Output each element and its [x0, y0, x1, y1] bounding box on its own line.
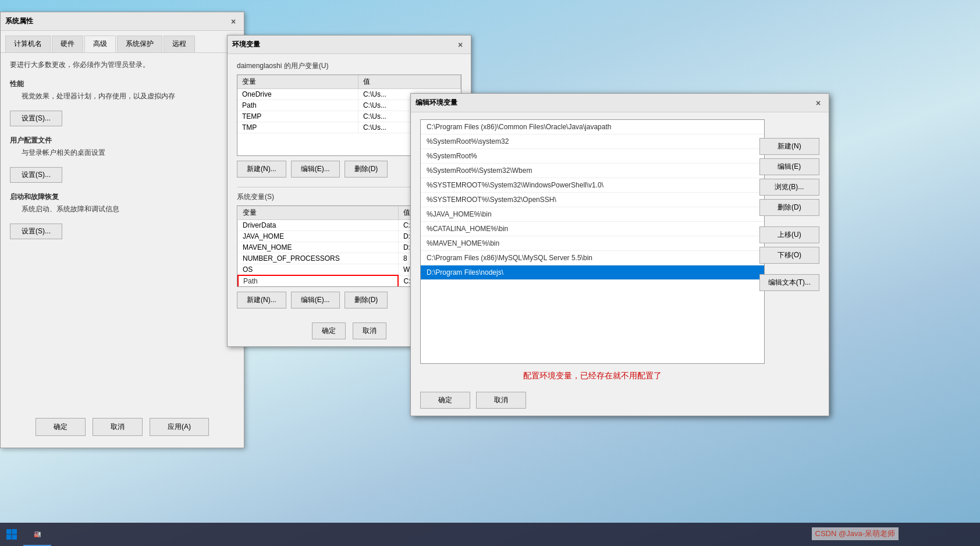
sys-var-name: OS	[238, 264, 398, 276]
tab-sys-protection[interactable]: 系统保护	[117, 36, 162, 52]
sys-var-name: NUMBER_OF_PROCESSORS	[238, 253, 398, 264]
edit-env-title: 编辑环境变量	[416, 98, 812, 108]
list-item-selected[interactable]: D:\Program Files\nodejs\	[421, 265, 764, 280]
sys-props-apply-btn[interactable]: 应用(A)	[150, 418, 209, 436]
sys-props-cancel-btn[interactable]: 取消	[93, 418, 143, 436]
list-item[interactable]: %SYSTEMROOT%\System32\WindowsPowerShell\…	[421, 178, 764, 193]
edit-move-up-btn[interactable]: 上移(U)	[759, 226, 819, 243]
user-var-name: Path	[237, 100, 358, 111]
sys-var-name: Path	[238, 275, 398, 287]
user-profile-label: 用户配置文件	[10, 136, 235, 146]
user-profile-btn-row: 设置(S)...	[10, 167, 235, 183]
env-vars-titlebar: 环境变量 ×	[228, 36, 471, 54]
edit-env-footer: 确定 取消	[411, 387, 829, 416]
tab-hardware[interactable]: 硬件	[52, 36, 83, 52]
sys-props-dialog: 系统属性 × 计算机名 硬件 高级 系统保护 远程 要进行大多数更改，你必须作为…	[0, 12, 244, 448]
sys-props-ok-btn[interactable]: 确定	[35, 418, 86, 436]
env-vars-close-btn[interactable]: ×	[455, 39, 466, 51]
sys-var-name: JAVA_HOME	[238, 231, 398, 242]
sys-props-title: 系统属性	[5, 16, 228, 26]
startup-recovery-desc: 系统启动、系统故障和调试信息	[10, 204, 235, 214]
performance-settings-btn[interactable]: 设置(S)...	[10, 111, 62, 126]
edit-move-down-btn[interactable]: 下移(O)	[759, 247, 819, 264]
user-vars-section-title: daimenglaoshi 的用户变量(U)	[237, 61, 461, 71]
svg-rect-1	[12, 529, 17, 534]
tab-advanced[interactable]: 高级	[84, 36, 116, 52]
sys-var-name: MAVEN_HOME	[238, 242, 398, 253]
csdn-watermark: CSDN @Java-呆萌老师	[812, 527, 899, 540]
edit-env-ok-btn[interactable]: 确定	[420, 392, 470, 409]
list-item[interactable]: %SYSTEMROOT%\System32\OpenSSH\	[421, 193, 764, 207]
list-item[interactable]: %JAVA_HOME%\bin	[421, 207, 764, 222]
annotation-text: 配置环境变量，已经存在就不用配置了	[420, 371, 765, 381]
user-var-name: TEMP	[237, 111, 358, 122]
sys-props-titlebar: 系统属性 ×	[1, 12, 244, 31]
edit-env-cancel-btn[interactable]: 取消	[476, 392, 526, 409]
start-button[interactable]	[0, 523, 23, 546]
user-var-name: TMP	[237, 122, 358, 133]
user-var-name: OneDrive	[237, 89, 358, 100]
performance-label: 性能	[10, 79, 235, 89]
edit-new-btn[interactable]: 新建(N)	[759, 138, 819, 155]
list-item[interactable]: C:\Program Files (x86)\Common Files\Orac…	[421, 120, 764, 134]
edit-env-close-btn[interactable]: ×	[812, 97, 824, 109]
startup-recovery-label: 启动和故障恢复	[10, 192, 235, 202]
sys-new-btn[interactable]: 新建(N)...	[237, 292, 286, 309]
svg-rect-3	[12, 535, 17, 540]
edit-text-btn[interactable]: 编辑文本(T)...	[759, 274, 819, 291]
performance-desc: 视觉效果，处理器计划，内存使用，以及虚拟内存	[10, 91, 235, 101]
startup-recovery-settings-btn[interactable]: 设置(S)...	[10, 224, 62, 239]
performance-btn-row: 设置(S)...	[10, 111, 235, 126]
edit-edit-btn[interactable]: 编辑(E)	[759, 158, 819, 175]
sys-edit-btn[interactable]: 编辑(E)...	[291, 292, 340, 309]
edit-env-side-buttons: 新建(N) 编辑(E) 浏览(B)... 删除(D) 上移(U) 下移(O) 编…	[759, 138, 819, 291]
tab-computer-name[interactable]: 计算机名	[5, 36, 51, 52]
sys-delete-btn[interactable]: 删除(D)	[345, 292, 388, 309]
sys-vars-col-var: 变量	[238, 206, 398, 220]
list-item[interactable]: C:\Program Files (x86)\MySQL\MySQL Serve…	[421, 251, 764, 265]
env-vars-title: 环境变量	[232, 40, 455, 49]
taskbar-app-label: 🏭	[34, 531, 41, 537]
svg-rect-2	[6, 535, 12, 540]
sys-var-name: DriverData	[238, 220, 398, 231]
env-vars-cancel-btn[interactable]: 取消	[353, 322, 386, 339]
list-item[interactable]: %SystemRoot%	[421, 149, 764, 164]
edit-env-titlebar: 编辑环境变量 ×	[411, 94, 829, 112]
svg-rect-0	[6, 529, 12, 534]
user-edit-btn[interactable]: 编辑(E)...	[291, 161, 340, 178]
sys-props-content: 要进行大多数更改，你必须作为管理员登录。 性能 视觉效果，处理器计划，内存使用，…	[1, 53, 244, 256]
taskbar-app[interactable]: 🏭	[23, 523, 51, 546]
admin-note: 要进行大多数更改，你必须作为管理员登录。	[10, 60, 235, 70]
windows-icon	[6, 529, 17, 540]
list-item[interactable]: %CATALINA_HOME%\bin	[421, 222, 764, 236]
edit-browse-btn[interactable]: 浏览(B)...	[759, 179, 819, 196]
user-profile-settings-btn[interactable]: 设置(S)...	[10, 167, 62, 183]
sys-props-close-btn[interactable]: ×	[228, 16, 239, 27]
user-delete-btn[interactable]: 删除(D)	[345, 161, 388, 178]
user-vars-col-val: 值	[358, 75, 460, 89]
user-profile-desc: 与登录帐户相关的桌面设置	[10, 148, 235, 158]
list-item[interactable]: %MAVEN_HOME%\bin	[421, 236, 764, 251]
tab-remote[interactable]: 远程	[164, 36, 195, 52]
user-new-btn[interactable]: 新建(N)...	[237, 161, 286, 178]
edit-env-body: C:\Program Files (x86)\Common Files\Orac…	[411, 112, 829, 381]
list-item[interactable]: %SystemRoot%\System32\Wbem	[421, 164, 764, 178]
edit-env-dialog: 编辑环境变量 × C:\Program Files (x86)\Common F…	[410, 93, 829, 416]
edit-delete-btn[interactable]: 删除(D)	[759, 199, 819, 216]
sys-props-tabs: 计算机名 硬件 高级 系统保护 远程	[1, 31, 244, 53]
startup-recovery-btn-row: 设置(S)...	[10, 224, 235, 239]
env-vars-ok-btn[interactable]: 确定	[312, 322, 346, 339]
path-list-container[interactable]: C:\Program Files (x86)\Common Files\Orac…	[420, 119, 765, 364]
list-item[interactable]: %SystemRoot%\system32	[421, 134, 764, 149]
sys-props-footer: 确定 取消 应用(A)	[1, 418, 244, 436]
user-vars-col-var: 变量	[237, 75, 358, 89]
